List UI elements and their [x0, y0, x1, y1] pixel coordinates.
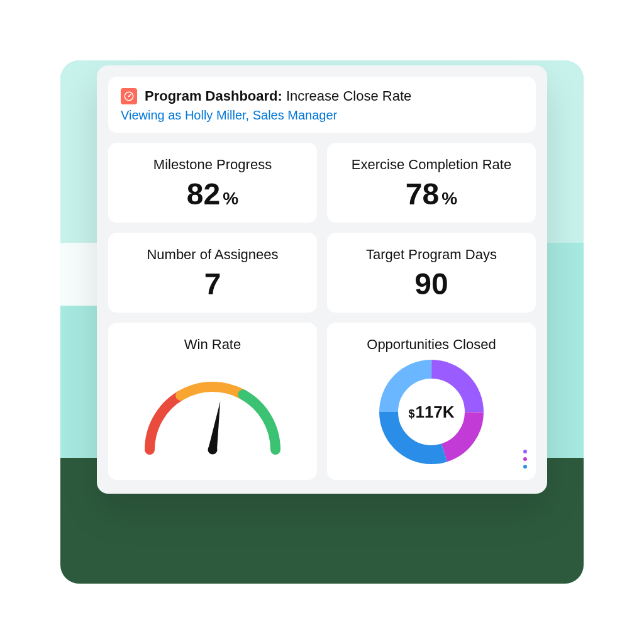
tile-value: 7	[114, 267, 311, 301]
donut-value: 117K	[415, 402, 454, 422]
tile-opportunities-closed: Opportunities Closed $ 117K	[327, 323, 536, 480]
tile-label: Opportunities Closed	[333, 336, 530, 353]
tile-label: Target Program Days	[333, 247, 530, 263]
svg-point-3	[208, 445, 218, 455]
background-scene: Program Dashboard: Increase Close Rate V…	[60, 60, 584, 584]
opportunities-donut: $ 117K	[333, 355, 530, 469]
tile-label: Win Rate	[114, 336, 311, 353]
metric-number: 82	[187, 177, 220, 211]
dashboard-title-row: Program Dashboard: Increase Close Rate	[121, 88, 523, 104]
metric-unit: %	[223, 189, 238, 209]
currency-symbol: $	[408, 408, 414, 421]
tile-value: 78 %	[333, 177, 530, 211]
tile-exercise-completion: Exercise Completion Rate 78 %	[327, 143, 536, 223]
tile-milestone-progress: Milestone Progress 82 %	[108, 143, 317, 223]
tile-label: Milestone Progress	[114, 157, 311, 173]
viewing-as-link[interactable]: Viewing as Holly Miller, Sales Manager	[121, 108, 523, 123]
more-options-button[interactable]	[523, 450, 527, 469]
dashboard-title-rest: Increase Close Rate	[282, 88, 411, 104]
dashboard-title: Program Dashboard: Increase Close Rate	[145, 88, 411, 104]
dashboard-title-prefix: Program Dashboard:	[145, 88, 282, 104]
metric-number: 7	[204, 267, 221, 301]
win-rate-gauge	[114, 355, 311, 465]
tile-number-of-assignees: Number of Assignees 7	[108, 233, 317, 313]
tile-target-program-days: Target Program Days 90	[327, 233, 536, 313]
gauge-icon	[121, 88, 137, 104]
metric-number: 90	[414, 267, 448, 301]
svg-marker-2	[208, 401, 220, 450]
tile-value: 90	[333, 267, 530, 301]
tile-win-rate: Win Rate	[108, 323, 317, 480]
tile-value: 82 %	[114, 177, 311, 211]
metric-number: 78	[406, 177, 439, 211]
tile-label: Number of Assignees	[114, 247, 311, 263]
dashboard-header: Program Dashboard: Increase Close Rate V…	[108, 77, 536, 133]
svg-point-1	[128, 96, 130, 97]
dashboard-panel: Program Dashboard: Increase Close Rate V…	[97, 65, 547, 494]
donut-center-label: $ 117K	[408, 402, 454, 422]
dashboard-grid: Milestone Progress 82 % Exercise Complet…	[108, 143, 536, 480]
metric-unit: %	[441, 189, 457, 209]
tile-label: Exercise Completion Rate	[333, 157, 530, 173]
